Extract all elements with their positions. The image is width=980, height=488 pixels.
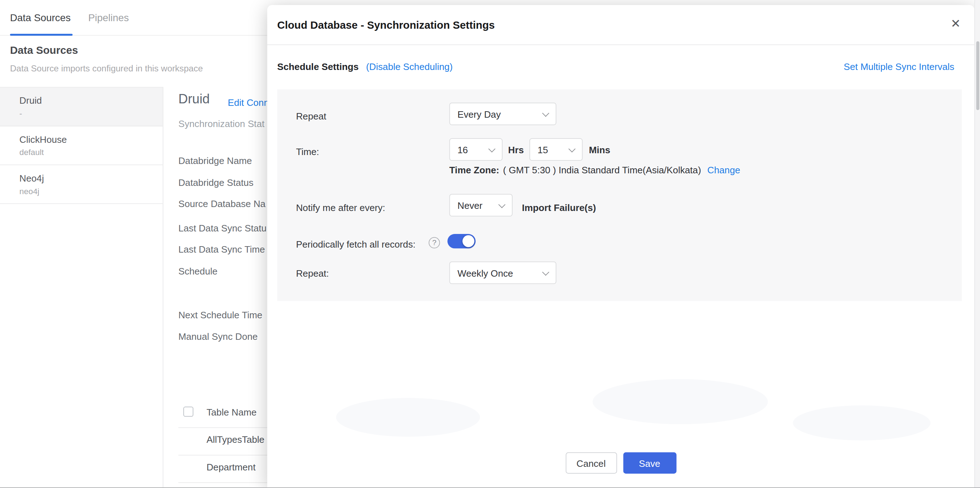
time-label: Time: [296,147,319,157]
source-item-clickhouse[interactable]: ClickHouse default [0,126,163,165]
minutes-dropdown-value: 15 [538,144,548,155]
modal-header: Cloud Database - Synchronization Setting… [267,5,974,45]
app-window: Data Sources Pipelines Data Sources Data… [0,0,980,488]
modal-footer: Cancel Save [267,453,974,474]
select-all-checkbox[interactable] [183,407,193,416]
fetch-all-records-label: Periodically fetch all records: [296,239,415,250]
timezone-value: ( GMT 5:30 ) India Standard Time(Asia/Ko… [503,165,701,175]
page-title: Data Sources [10,45,78,57]
field-label-manual-sync-done: Manual Sync Done [178,331,258,341]
source-name: ClickHouse [19,134,153,145]
source-subtext: default [19,147,153,157]
hours-unit-label: Hrs [508,145,524,155]
close-icon[interactable]: ✕ [951,18,961,29]
source-list: Druid - ClickHouse default Neo4j neo4j [0,87,163,204]
field-label-databridge-status: Databridge Status [178,177,253,188]
fetch-repeat-dropdown[interactable]: Weekly Once [449,262,556,284]
chevron-down-icon [568,145,576,153]
edit-connection-link[interactable]: Edit Conn [228,97,269,108]
toggle-knob [462,235,474,247]
minutes-unit-label: Mins [589,145,611,155]
fetch-repeat-label: Repeat: [296,268,329,278]
field-label-last-sync-time: Last Data Sync Time [178,244,265,255]
source-subtext: neo4j [19,187,153,196]
timezone-line: Time Zone:( GMT 5:30 ) India Standard Ti… [449,165,740,175]
chevron-down-icon [488,145,495,153]
schedule-settings-title: Schedule Settings [277,61,359,72]
help-icon[interactable]: ? [429,237,440,248]
notify-dropdown[interactable]: Never [449,194,512,217]
page-subtitle: Data Source imports configured in this w… [10,63,203,73]
cloud-watermark [336,398,480,437]
table-name-column-header: Table Name [207,407,257,417]
source-detail-title: Druid [178,91,210,107]
tab-pipelines[interactable]: Pipelines [88,13,129,24]
source-subtext: - [19,109,153,118]
hours-dropdown[interactable]: 16 [449,138,503,161]
notify-label: Notify me after every: [296,202,385,213]
table-row[interactable]: Department [207,462,256,472]
save-button[interactable]: Save [623,453,676,474]
fetch-toggle[interactable] [447,234,476,248]
timezone-label: Time Zone: [449,165,500,175]
cloud-watermark [793,405,931,441]
repeat-dropdown-value: Every Day [457,109,501,120]
chevron-down-icon [542,269,549,276]
active-tab-indicator [10,34,72,35]
fetch-repeat-dropdown-value: Weekly Once [457,267,513,278]
field-label-databridge-name: Databridge Name [178,155,252,166]
notify-dropdown-value: Never [457,200,482,211]
disable-scheduling-link[interactable]: (Disable Scheduling) [366,61,453,72]
source-name: Druid [19,95,153,106]
sidebar-divider [163,87,164,488]
chevron-down-icon [498,201,506,208]
repeat-dropdown[interactable]: Every Day [449,103,556,125]
cancel-button[interactable]: Cancel [565,453,617,474]
field-label-next-schedule-time: Next Schedule Time [178,310,262,321]
chevron-down-icon [542,110,549,117]
tab-data-sources[interactable]: Data Sources [10,13,71,24]
source-item-neo4j[interactable]: Neo4j neo4j [0,165,163,204]
table-row[interactable]: AllTypesTable [207,434,264,445]
source-name: Neo4j [19,172,153,184]
source-item-druid[interactable]: Druid - [0,88,163,126]
repeat-label: Repeat [296,111,326,122]
hours-dropdown-value: 16 [457,144,468,155]
modal-title: Cloud Database - Synchronization Setting… [277,19,495,32]
scrollbar-thumb[interactable] [977,41,980,110]
cloud-watermark [593,379,768,424]
field-label-source-database: Source Database Na [178,198,266,209]
field-label-last-sync-status: Last Data Sync Statu [178,223,267,234]
set-multiple-sync-intervals-link[interactable]: Set Multiple Sync Intervals [844,61,954,72]
minutes-dropdown[interactable]: 15 [530,138,582,161]
change-timezone-link[interactable]: Change [707,165,740,175]
schedule-form-panel: Repeat Every Day Time: 16 Hrs 15 Mins Ti… [277,89,962,301]
field-label-schedule: Schedule [178,266,217,277]
sync-status-line: Synchronization Stat [178,118,264,129]
sync-settings-modal: Cloud Database - Synchronization Setting… [267,5,974,488]
import-failures-label: Import Failure(s) [522,202,596,213]
page-scrollbar[interactable] [974,0,980,488]
